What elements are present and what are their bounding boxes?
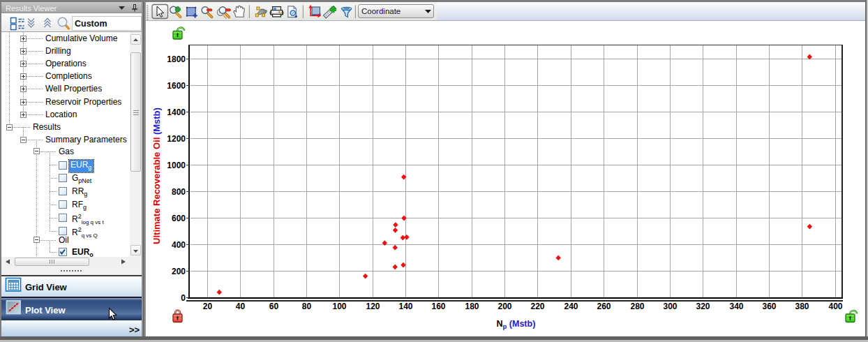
svg-text:40: 40 — [236, 302, 246, 311]
svg-text:1400: 1400 — [167, 107, 186, 117]
svg-text:1600: 1600 — [167, 81, 186, 91]
svg-text:200: 200 — [497, 302, 511, 311]
svg-text:300: 300 — [663, 302, 677, 311]
svg-text:Ultimate Recoverable Oil (Mstb: Ultimate Recoverable Oil (Mstb) — [151, 107, 162, 244]
svg-text:1800: 1800 — [167, 54, 186, 64]
svg-text:Np (Mstb): Np (Mstb) — [497, 319, 536, 329]
svg-text:280: 280 — [630, 302, 644, 311]
svg-text:400: 400 — [828, 302, 842, 311]
svg-text:320: 320 — [696, 302, 710, 311]
svg-text:20: 20 — [203, 302, 213, 311]
svg-text:340: 340 — [729, 302, 743, 311]
svg-text:140: 140 — [398, 302, 412, 311]
svg-text:220: 220 — [530, 302, 544, 311]
svg-text:160: 160 — [431, 302, 445, 311]
svg-text:260: 260 — [597, 302, 611, 311]
svg-text:1000: 1000 — [167, 161, 186, 170]
svg-text:360: 360 — [762, 302, 776, 311]
svg-text:120: 120 — [366, 302, 380, 311]
svg-text:1200: 1200 — [167, 134, 186, 144]
svg-text:0: 0 — [181, 293, 186, 303]
svg-text:400: 400 — [172, 240, 186, 250]
svg-text:80: 80 — [302, 302, 312, 311]
svg-text:180: 180 — [465, 302, 479, 311]
svg-text:240: 240 — [564, 302, 578, 311]
svg-text:200: 200 — [172, 267, 186, 276]
svg-text:800: 800 — [172, 187, 186, 197]
svg-text:380: 380 — [795, 302, 809, 311]
svg-text:60: 60 — [269, 302, 279, 311]
svg-text:600: 600 — [172, 214, 186, 223]
svg-text:100: 100 — [332, 302, 346, 311]
